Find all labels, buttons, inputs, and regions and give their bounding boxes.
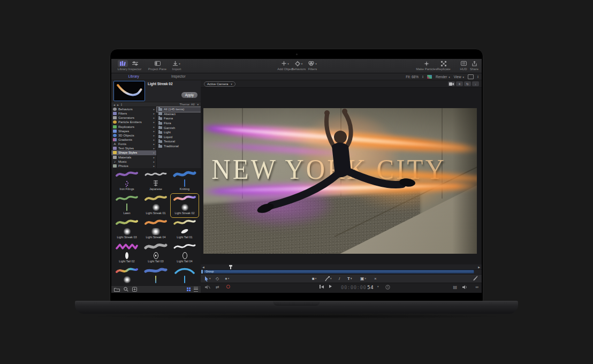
group-bar-in-point[interactable] [201, 270, 203, 274]
style-item-knitting[interactable]: Knitting [171, 170, 199, 193]
camera-select-menu[interactable]: Active Camera▾ [204, 81, 235, 87]
category-replicators[interactable]: Replicators▸ [111, 125, 156, 129]
out-marker[interactable]: ▶ [478, 266, 480, 269]
bezier-tool[interactable]: ▾ [325, 276, 332, 282]
category-shape-styles[interactable]: Shape Styles▸ [111, 150, 156, 155]
link-icon[interactable]: ∞ [475, 285, 478, 290]
category-generators[interactable]: Generators▸ [111, 116, 156, 120]
dolly-camera-button[interactable]: ↓ [472, 81, 479, 86]
folder-textural[interactable]: Textural [157, 139, 201, 144]
line-tool[interactable]: / [339, 276, 340, 282]
import-button[interactable]: ▾ Import [165, 60, 188, 71]
list-view-toggle[interactable] [194, 287, 198, 292]
view-menu[interactable]: View ▾ [454, 75, 464, 79]
tab-inspector[interactable]: Inspector [156, 73, 201, 80]
folder-flora[interactable]: Flora [157, 121, 201, 126]
category-photos[interactable]: Photos▸ [111, 164, 156, 168]
style-item-lawn[interactable]: Lawn [113, 194, 141, 217]
text-tool[interactable]: T▾ [347, 276, 352, 282]
folder-liquid[interactable]: Liquid [157, 135, 201, 140]
scale-stepper[interactable]: ▴▾ [121, 103, 122, 106]
style-item-light-streak-03[interactable]: Light Streak 03 [113, 218, 141, 241]
record-button[interactable] [226, 285, 230, 289]
grid-view-toggle[interactable] [187, 287, 191, 292]
library-panel: Light Streak 02 Apply ◂ ▸ ▴▾ Theme: All▾ [111, 80, 201, 293]
zoom-stepper[interactable]: ▴▾ [422, 75, 423, 78]
style-preview-thumbnail[interactable] [113, 81, 145, 101]
style-item-light-streak-01[interactable]: Light Streak 01 [142, 194, 170, 217]
3d-transform-tool[interactable]: ●▾ [225, 276, 229, 282]
canvas-viewport[interactable]: NEW YORK CITY [203, 108, 477, 254]
category-particle-emitters[interactable]: Particle Emitters▸ [111, 120, 156, 124]
keyframe-pen-icon[interactable] [473, 276, 478, 280]
theme-filter-menu[interactable]: Theme: All▾ [177, 103, 201, 106]
folder-abstract[interactable]: Abstract [157, 112, 201, 117]
slice-tool[interactable]: × [374, 276, 377, 282]
share-button[interactable]: Share [462, 60, 482, 71]
timecode-menu[interactable]: ▾ [377, 285, 379, 288]
orbit-camera-button[interactable]: ↻ [464, 81, 471, 86]
select-tool[interactable]: ▾ [204, 276, 211, 282]
layout-icon[interactable] [468, 74, 474, 79]
speaker-icon[interactable] [462, 285, 468, 290]
folder-fauna[interactable]: Fauna [157, 116, 201, 121]
apply-button[interactable]: Apply [181, 92, 197, 98]
folder-garnish[interactable]: Garnish [157, 125, 201, 130]
layout-stepper[interactable]: ▴▾ [477, 75, 478, 78]
category-materials[interactable]: Materials▸ [111, 155, 156, 160]
style-item-light-tail-01[interactable]: Light Tail 01 [171, 218, 199, 241]
style-item-light-streak-04[interactable]: Light Streak 04 [142, 218, 170, 241]
playhead[interactable] [230, 265, 231, 269]
render-menu[interactable]: Render ▾ [436, 75, 450, 79]
style-item-light-tail-04[interactable]: Light Tail 04 [171, 242, 199, 266]
style-item-light-streak-02-selected[interactable]: Light Streak 02 [171, 194, 199, 217]
in-marker[interactable]: ◀ [202, 266, 204, 269]
style-item-partial-3[interactable] [171, 266, 199, 285]
inspector-toolbar-button[interactable]: Inspector [123, 60, 147, 71]
timeline-ruler[interactable]: ◀ ▶ [201, 264, 482, 270]
channels-icon[interactable] [427, 75, 432, 79]
timing-icon[interactable] [385, 285, 390, 290]
new-folder-button[interactable] [114, 287, 120, 292]
add-to-library-button[interactable] [132, 287, 137, 292]
category-shapes[interactable]: Shapes▸ [111, 129, 156, 133]
category-fonts[interactable]: AFonts▸ [111, 142, 156, 146]
category-music[interactable]: ♪Music▸ [111, 160, 156, 164]
back-button[interactable]: ◂ [113, 103, 115, 107]
previous-frame-button[interactable] [320, 285, 324, 289]
pan-camera-button[interactable]: ✛ [456, 81, 463, 86]
category-gradients[interactable]: Gradients▸ [111, 138, 156, 142]
style-item-partial-2[interactable] [142, 266, 170, 285]
folder-icon [113, 151, 117, 154]
timecode-display[interactable]: 00:00:0054 [341, 285, 374, 290]
style-item-iron-filings[interactable]: Iron Filings [113, 170, 141, 193]
play-button[interactable] [329, 285, 332, 288]
search-icon[interactable] [124, 287, 128, 292]
mute-icon[interactable] [205, 285, 210, 290]
folder-all[interactable]: All (145 items) [157, 107, 201, 112]
camera-view-button[interactable] [448, 81, 455, 86]
folder-light[interactable]: Light [157, 130, 201, 135]
category-text-styles[interactable]: Text Styles▸ [111, 146, 156, 150]
loop-playback-button[interactable]: ⇄ [216, 285, 219, 290]
style-item-light-tail-02[interactable]: Light Tail 02 [113, 242, 141, 266]
rectangle-tool[interactable]: ■▾ [312, 276, 316, 282]
category-filters[interactable]: Filters▸ [111, 111, 156, 116]
style-item-partial-1[interactable] [113, 266, 141, 285]
forward-button[interactable]: ▸ [117, 103, 119, 107]
style-item-japanese[interactable]: Japanese [142, 170, 170, 193]
fit-zoom-control[interactable]: Fit: 68% [406, 75, 419, 79]
category-behaviors[interactable]: Behaviors▸ [111, 107, 156, 111]
filters-button[interactable]: ▾ Filters [301, 60, 324, 71]
category-3d-objects[interactable]: 3D Objects▸ [111, 133, 156, 138]
style-item-light-tail-03[interactable]: Light Tail 03 [142, 242, 170, 266]
film-icon[interactable]: ▤ [453, 285, 457, 290]
folder-traditional[interactable]: Traditional [157, 144, 201, 149]
transform-tool[interactable]: ◇ [216, 276, 219, 282]
mask-tool[interactable]: ▣▾ [360, 276, 366, 282]
replicator-icon [113, 125, 117, 128]
category-column: Behaviors▸ Filters▸ Generators▸ Particle… [111, 107, 156, 168]
group-track-bar[interactable]: Group [203, 270, 474, 274]
tab-library[interactable]: Library [111, 73, 156, 80]
camera-view-tools: ✛ ↻ ↓ [448, 81, 479, 86]
